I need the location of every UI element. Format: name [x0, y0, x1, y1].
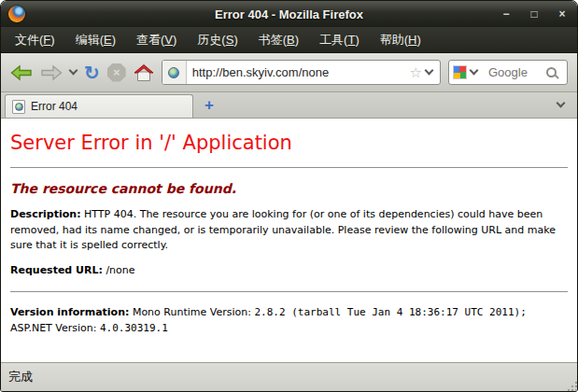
maximize-button[interactable]: □: [527, 7, 542, 21]
back-forward-dropdown[interactable]: [70, 71, 77, 74]
description-label: Description:: [10, 208, 81, 220]
requested-url-label: Requested URL:: [10, 264, 103, 276]
menu-history[interactable]: 历史(S): [189, 29, 246, 51]
menu-tools[interactable]: 工具(T): [311, 29, 368, 51]
runtime-version-value: 2.8.2 (tarball Tue Jan 4 18:36:17 UTC 20…: [254, 306, 526, 318]
error-page-title: Server Error in '/' Application: [10, 132, 568, 154]
minimize-button[interactable]: −: [499, 7, 514, 21]
firefox-window: Error 404 - Mozilla Firefox − □ × 文件(F) …: [0, 0, 578, 392]
description-text: HTTP 404. The resource you are looking f…: [10, 208, 556, 251]
tab-list-dropdown[interactable]: [548, 93, 573, 118]
status-bar: 完成: [1, 362, 577, 391]
error-page-subtitle: The resource cannot be found.: [10, 181, 568, 196]
menu-edit[interactable]: 编辑(E): [67, 29, 124, 51]
menu-view[interactable]: 查看(V): [128, 29, 185, 51]
new-tab-button[interactable]: +: [193, 96, 225, 118]
search-input[interactable]: [488, 65, 543, 79]
divider-bottom: [10, 291, 568, 292]
runtime-version-label: Mono Runtime Version:: [129, 306, 254, 318]
stop-icon: ×: [107, 63, 126, 82]
tab-bar: Error 404 +: [1, 92, 577, 119]
tab-error-404[interactable]: Error 404: [5, 94, 193, 118]
url-dropdown-chevron-icon[interactable]: [425, 66, 434, 76]
back-button[interactable]: [10, 63, 33, 82]
search-box[interactable]: [448, 60, 568, 85]
menu-file[interactable]: 文件(F): [7, 29, 63, 51]
refresh-icon: ↻: [84, 63, 100, 82]
page-content: Server Error in '/' Application The reso…: [1, 119, 577, 362]
menu-bookmarks[interactable]: 书签(B): [250, 29, 307, 51]
tab-label: Error 404: [31, 100, 78, 113]
version-info-label: Version information:: [10, 306, 129, 318]
tab-globe-icon: [15, 103, 23, 111]
menu-help[interactable]: 帮助(H): [372, 29, 430, 51]
reload-button[interactable]: ↻: [84, 63, 100, 82]
close-button[interactable]: ×: [555, 7, 570, 21]
navigation-toolbar: ↻ × ☆: [1, 53, 577, 92]
stop-button[interactable]: ×: [107, 63, 126, 82]
back-arrow-icon: [10, 63, 33, 82]
titlebar[interactable]: Error 404 - Mozilla Firefox − □ ×: [1, 1, 577, 27]
search-icon[interactable]: [546, 67, 557, 77]
home-button[interactable]: [134, 63, 154, 82]
divider-top: [10, 167, 568, 168]
version-info-paragraph: Version information: Mono Runtime Versio…: [10, 305, 568, 336]
url-bar[interactable]: ☆: [162, 60, 441, 85]
description-paragraph: Description: HTTP 404. The resource you …: [10, 207, 568, 254]
forward-button[interactable]: [40, 63, 63, 82]
tab-list-chevron-icon: [557, 99, 566, 108]
window-controls: − □ ×: [499, 7, 570, 21]
google-logo-icon: [453, 65, 467, 79]
requested-url-value: /none: [103, 264, 135, 276]
menubar: 文件(F) 编辑(E) 查看(V) 历史(S) 书签(B) 工具(T) 帮助(H…: [1, 27, 577, 53]
home-icon: [134, 63, 154, 82]
site-identity-button[interactable]: [162, 61, 187, 84]
tab-favicon: [12, 100, 25, 114]
bookmark-star-icon[interactable]: ☆: [410, 64, 422, 81]
resize-grip[interactable]: [571, 385, 573, 387]
chevron-down-icon: [69, 66, 78, 76]
url-input[interactable]: [187, 65, 410, 79]
search-engine-chevron-icon[interactable]: [470, 66, 479, 76]
status-text: 完成: [8, 369, 33, 385]
requested-url-paragraph: Requested URL: /none: [10, 263, 568, 279]
window-title: Error 404 - Mozilla Firefox: [1, 7, 577, 21]
firefox-logo-icon: [8, 6, 25, 22]
page-favicon-icon: [168, 67, 179, 78]
aspnet-version-value: 4.0.30319.1: [100, 322, 168, 334]
forward-arrow-icon: [40, 63, 63, 82]
aspnet-version-label: ASP.NET Version:: [10, 322, 100, 334]
